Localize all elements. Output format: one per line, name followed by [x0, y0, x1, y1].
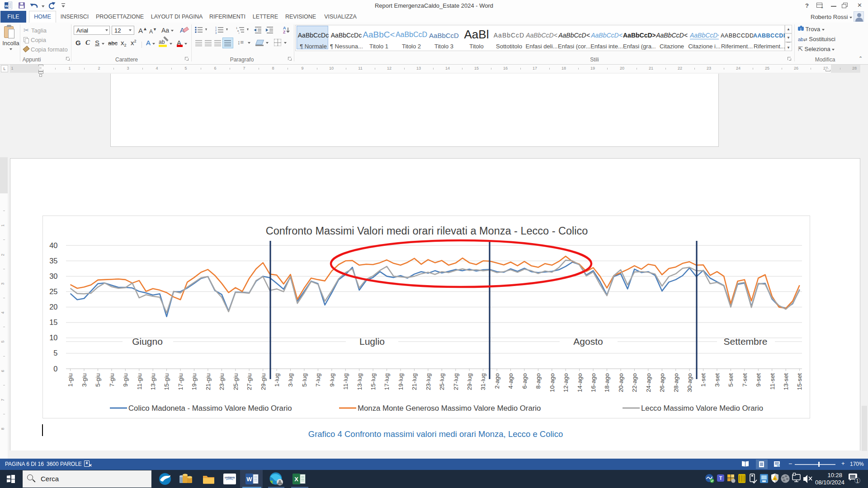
svg-text:9-lug: 9-lug	[329, 373, 335, 387]
svg-text:Monza Monte Generoso Massimo V: Monza Monte Generoso Massimo Valore Medi…	[358, 404, 541, 413]
svg-text:Settembre: Settembre	[724, 336, 768, 347]
svg-text:21-giu: 21-giu	[205, 373, 212, 390]
svg-text:W: W	[246, 476, 252, 483]
svg-text:0: 0	[53, 365, 57, 373]
svg-text:16-ago: 16-ago	[590, 373, 597, 392]
svg-text:Agosto: Agosto	[573, 336, 603, 347]
svg-text:3-lug: 3-lug	[287, 373, 294, 387]
svg-text:20: 20	[49, 303, 57, 311]
svg-text:22-ago: 22-ago	[631, 373, 638, 392]
svg-text:10-ago: 10-ago	[549, 373, 556, 392]
svg-text:5-giu: 5-giu	[94, 373, 101, 387]
svg-text:3-giu: 3-giu	[81, 373, 88, 387]
svg-text:14-ago: 14-ago	[576, 373, 583, 392]
svg-text:11-set: 11-set	[769, 373, 776, 390]
svg-text:40: 40	[49, 241, 57, 249]
svg-text:Colico Madoneta - Massimo Valo: Colico Madoneta - Massimo Valore Medio O…	[128, 404, 292, 413]
svg-text:25-giu: 25-giu	[232, 373, 239, 390]
svg-text:Luglio: Luglio	[359, 336, 385, 347]
svg-text:11-giu: 11-giu	[136, 373, 143, 390]
svg-text:11-lug: 11-lug	[342, 373, 349, 390]
svg-text:18-ago: 18-ago	[604, 373, 610, 392]
svg-text:8-ago: 8-ago	[535, 373, 542, 389]
svg-text:1-lug: 1-lug	[274, 373, 280, 387]
svg-text:!: !	[774, 478, 775, 481]
svg-text:35: 35	[49, 257, 57, 265]
svg-text:19-giu: 19-giu	[191, 373, 198, 390]
svg-text:6-ago: 6-ago	[521, 373, 528, 389]
svg-text:T: T	[719, 475, 722, 481]
svg-text:5: 5	[53, 349, 57, 357]
svg-text:17-giu: 17-giu	[177, 373, 184, 390]
svg-text:24-ago: 24-ago	[645, 373, 652, 392]
svg-text:i: i	[239, 32, 239, 34]
svg-text:3-set: 3-set	[714, 373, 721, 387]
svg-text:20-ago: 20-ago	[618, 373, 624, 392]
svg-text:30: 30	[49, 272, 57, 280]
svg-text:1-set: 1-set	[700, 373, 707, 387]
svg-text:10: 10	[49, 333, 57, 342]
svg-text:X: X	[294, 476, 298, 483]
svg-text:19-lug: 19-lug	[397, 373, 404, 390]
svg-text:7-set: 7-set	[741, 373, 748, 387]
svg-text:Z: Z	[283, 30, 286, 34]
svg-text:15-set: 15-set	[796, 373, 803, 390]
svg-text:Confronto Massimi Valori medi: Confronto Massimi Valori medi orari rile…	[266, 225, 588, 237]
svg-text:15-lug: 15-lug	[370, 373, 377, 390]
svg-text:9-giu: 9-giu	[122, 373, 129, 387]
svg-text:25: 25	[49, 287, 57, 296]
svg-text:5-set: 5-set	[727, 373, 734, 387]
svg-text:31-lug: 31-lug	[480, 373, 486, 390]
svg-text:30-ago: 30-ago	[686, 373, 693, 392]
svg-text:13-giu: 13-giu	[150, 373, 156, 390]
svg-text:26-ago: 26-ago	[659, 373, 665, 392]
svg-text:29-giu: 29-giu	[260, 373, 267, 390]
svg-text:9-set: 9-set	[755, 373, 762, 387]
svg-text:15: 15	[49, 318, 57, 326]
svg-text:7-giu: 7-giu	[108, 373, 115, 387]
svg-text:27-lug: 27-lug	[453, 373, 459, 390]
svg-text:23-giu: 23-giu	[218, 373, 225, 390]
svg-text:13-lug: 13-lug	[356, 373, 363, 390]
svg-text:29-lug: 29-lug	[466, 373, 473, 390]
svg-text:17-lug: 17-lug	[383, 373, 390, 390]
svg-text:2-ago: 2-ago	[494, 373, 500, 389]
svg-text:4-ago: 4-ago	[507, 373, 514, 389]
svg-text:13-set: 13-set	[783, 373, 789, 390]
svg-text:23-lug: 23-lug	[425, 373, 432, 390]
svg-text:21-lug: 21-lug	[411, 373, 418, 390]
svg-text:W: W	[5, 4, 9, 8]
svg-text:15-giu: 15-giu	[163, 373, 170, 390]
svg-text:HARMAN: HARMAN	[225, 476, 235, 479]
svg-text:12-ago: 12-ago	[562, 373, 569, 392]
svg-text:Lecco Massimo Valore Medio Ora: Lecco Massimo Valore Medio Orario	[641, 404, 763, 413]
svg-text:5-lug: 5-lug	[301, 373, 308, 387]
svg-text:25-lug: 25-lug	[439, 373, 445, 390]
svg-text:27-giu: 27-giu	[246, 373, 253, 390]
svg-text:3: 3	[215, 32, 217, 34]
svg-text:7-lug: 7-lug	[315, 373, 321, 387]
svg-text:Giugno: Giugno	[132, 336, 163, 347]
svg-text:28-ago: 28-ago	[673, 373, 679, 392]
svg-text:1-giu: 1-giu	[67, 373, 74, 387]
